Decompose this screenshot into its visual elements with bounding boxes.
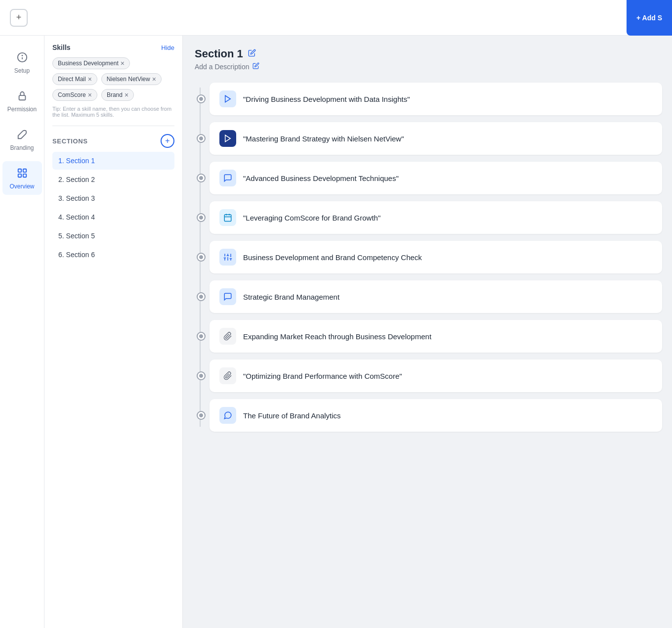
remove-skill-brand[interactable]: × [125,91,128,98]
brush-icon [15,128,29,141]
section-list-item-4[interactable]: 4. Section 4 [52,208,174,226]
sections-title: Sections [52,137,88,145]
card-icon-3 [219,170,236,186]
sidebar-item-setup-label: Setup [14,67,30,74]
skills-tags: Business Development × Direct Mail × Nie… [52,57,174,101]
card-icon-2 [219,130,236,147]
card-title-7: Expanding Market Reach through Business … [243,332,431,341]
skills-header: Skills Hide [52,44,174,51]
grid-icon [15,166,29,180]
section-list-label: 1. Section 1 [58,157,95,165]
remove-skill-direct-mail[interactable]: × [88,76,92,83]
sidebar-item-branding[interactable]: Branding [2,123,42,156]
card-icon-8 [219,367,236,384]
skills-title: Skills [52,44,71,51]
add-description-label: Add a Description [195,63,250,71]
content-card-3[interactable]: "Advanced Business Development Technique… [210,162,662,194]
section-list-label: 3. Section 3 [58,194,95,202]
timeline-item-5: Business Development and Brand Competenc… [210,241,672,273]
add-section-top-button[interactable]: + Add S [627,0,672,36]
card-icon-1 [219,90,236,107]
top-bar: + + Add S [0,0,672,36]
section-title: Section 1 [195,47,243,60]
section-list-item-3[interactable]: 3. Section 3 [52,189,174,207]
add-top-button[interactable]: + [10,9,28,27]
skill-tag-label: Brand [107,91,123,98]
svg-rect-3 [19,95,25,100]
sidebar-item-permission[interactable]: Permission [2,84,42,118]
hide-link[interactable]: Hide [161,44,174,51]
section-list: 1. Section 1 2. Section 2 3. Section 3 4… [52,152,174,264]
svg-marker-9 [225,135,231,142]
card-icon-6 [219,288,236,305]
content-card-7[interactable]: Expanding Market Reach through Business … [210,320,662,353]
lock-icon [15,89,29,103]
card-title-4: "Leveraging ComScore for Brand Growth" [243,214,380,222]
skill-tag-nielsen[interactable]: Nielsen NetView × [101,73,162,85]
timeline-item-3: "Advanced Business Development Technique… [210,162,672,194]
content-card-6[interactable]: Strategic Brand Management [210,280,662,313]
skill-tag-business-dev[interactable]: Business Development × [52,57,130,69]
section-list-item-5[interactable]: 5. Section 5 [52,227,174,245]
skill-tag-brand[interactable]: Brand × [101,89,134,101]
card-icon-4 [219,209,236,226]
card-title-1: "Driving Business Development with Data … [243,95,410,103]
content-card-4[interactable]: "Leveraging ComScore for Brand Growth" [210,201,662,234]
skill-tag-comscore[interactable]: ComScore × [52,89,97,101]
timeline-dot-5 [198,254,205,261]
timeline-container: "Driving Business Development with Data … [195,83,672,432]
timeline-item-9: The Future of Brand Analytics [210,399,672,432]
card-title-5: Business Development and Brand Competenc… [243,253,422,262]
skill-tag-label: ComScore [58,91,86,98]
section-list-item-6[interactable]: 6. Section 6 [52,246,174,264]
card-icon-5 [219,249,236,266]
timeline-dot-3 [198,175,205,181]
icon-sidebar: Setup Permission Branding [0,36,44,628]
timeline-item-7: Expanding Market Reach through Business … [210,320,672,353]
timeline-dot-1 [198,95,205,102]
timeline-dot-9 [198,412,205,419]
section-header: Section 1 [195,47,672,60]
content-card-9[interactable]: The Future of Brand Analytics [210,399,662,432]
content-area: Section 1 Add a Description [183,36,672,628]
timeline-item-4: "Leveraging ComScore for Brand Growth" [210,201,672,234]
info-icon [15,50,29,64]
content-card-8[interactable]: "Optimizing Brand Performance with ComSc… [210,359,662,392]
svg-rect-4 [18,169,21,172]
sidebar-item-permission-label: Permission [7,106,37,113]
main-layout: Setup Permission Branding [0,36,672,628]
skills-tip: Tip: Enter a skill name, then you can ch… [52,106,174,118]
svg-rect-7 [23,174,26,177]
timeline-item-1: "Driving Business Development with Data … [210,83,672,115]
svg-rect-10 [224,215,231,222]
remove-skill-nielsen[interactable]: × [152,76,156,83]
plus-icon: + [16,12,22,23]
timeline-item-2: "Mastering Brand Strategy with Nielsen N… [210,122,672,155]
middle-panel: Skills Hide Business Development × Direc… [44,36,183,628]
plus-icon: + [165,136,169,145]
skill-tag-label: Nielsen NetView [107,76,150,83]
sidebar-item-overview[interactable]: Overview [2,161,42,195]
edit-description-icon [252,62,259,71]
section-list-label: 2. Section 2 [58,176,95,183]
card-title-9: The Future of Brand Analytics [243,411,341,420]
timeline-dot-8 [198,372,205,379]
section-list-label: 5. Section 5 [58,232,95,240]
add-description[interactable]: Add a Description [195,62,672,71]
section-list-item-1[interactable]: 1. Section 1 [52,152,174,170]
sidebar-item-branding-label: Branding [10,144,34,151]
section-list-item-2[interactable]: 2. Section 2 [52,171,174,188]
content-card-2[interactable]: "Mastering Brand Strategy with Nielsen N… [210,122,662,155]
add-section-button[interactable]: + [161,134,174,148]
svg-rect-6 [18,174,21,177]
remove-skill-comscore[interactable]: × [88,91,92,98]
edit-section-title-icon[interactable] [248,49,256,59]
section-list-label: 6. Section 6 [58,251,95,259]
content-card-1[interactable]: "Driving Business Development with Data … [210,83,662,115]
timeline-dot-4 [198,214,205,221]
content-card-5[interactable]: Business Development and Brand Competenc… [210,241,662,273]
svg-rect-5 [23,169,26,172]
sidebar-item-setup[interactable]: Setup [2,45,42,79]
remove-skill-business-dev[interactable]: × [121,60,125,67]
skill-tag-direct-mail[interactable]: Direct Mail × [52,73,97,85]
